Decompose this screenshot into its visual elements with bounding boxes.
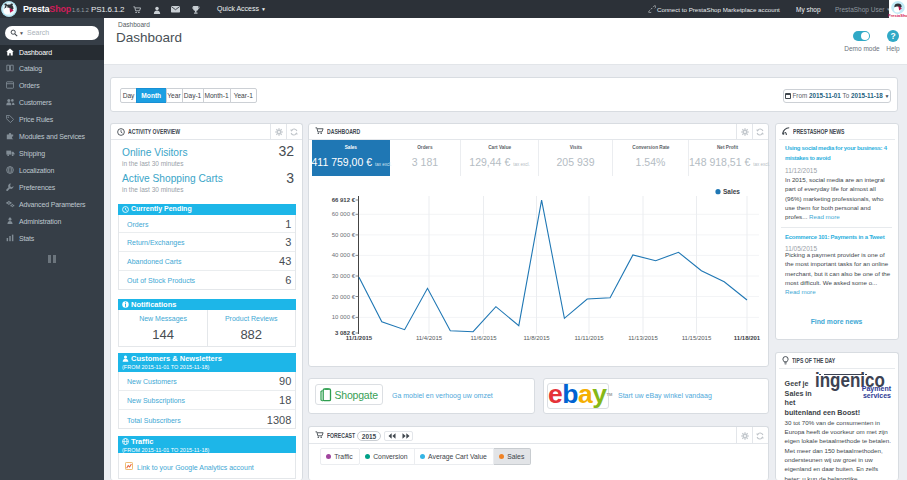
svg-text:20 000 €: 20 000 €	[332, 294, 356, 300]
svg-text:11/8/2015: 11/8/2015	[523, 335, 550, 341]
svg-text:50 000 €: 50 000 €	[332, 232, 356, 238]
svg-text:11/11/2015: 11/11/2015	[574, 335, 604, 341]
svg-text:60 000 €: 60 000 €	[332, 211, 356, 217]
svg-text:66 912 €: 66 912 €	[332, 197, 356, 203]
svg-text:40 000 €: 40 000 €	[332, 252, 356, 258]
svg-text:11/18/201: 11/18/201	[734, 335, 761, 341]
svg-text:11/4/2015: 11/4/2015	[416, 335, 443, 341]
svg-text:10 000 €: 10 000 €	[332, 314, 356, 320]
svg-text:11/6/2015: 11/6/2015	[470, 335, 497, 341]
svg-text:11/15/2015: 11/15/2015	[682, 335, 712, 341]
svg-text:11/13/2015: 11/13/2015	[628, 335, 658, 341]
svg-text:30 000 €: 30 000 €	[332, 273, 356, 279]
svg-text:11/1/2015: 11/1/2015	[346, 335, 373, 341]
svg-text:Sales: Sales	[723, 188, 740, 195]
